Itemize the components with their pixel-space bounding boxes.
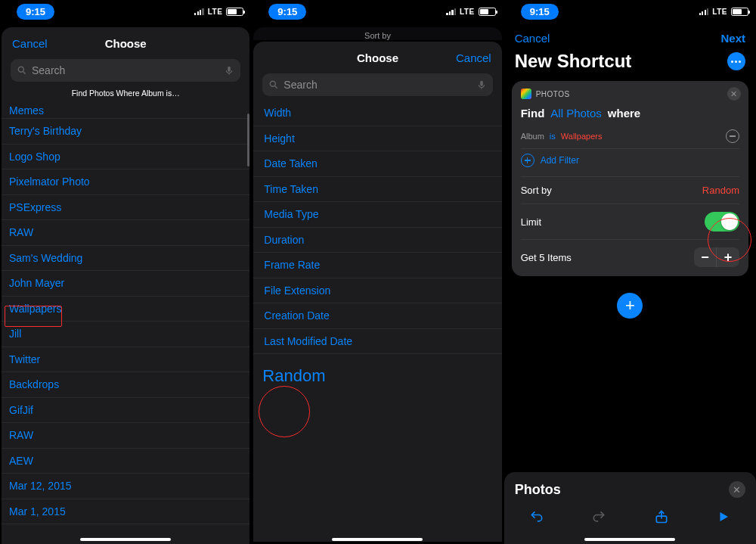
list-item[interactable]: Jill: [2, 322, 249, 347]
svg-rect-2: [228, 67, 231, 72]
sort-option-random[interactable]: Random: [253, 354, 501, 392]
status-time: 9:15: [521, 4, 559, 20]
filter-value[interactable]: Wallpapers: [561, 132, 603, 141]
status-time: 9:15: [17, 4, 54, 20]
sort-options-list[interactable]: Width Height Date Taken Time Taken Media…: [253, 101, 501, 542]
signal-icon: [699, 8, 709, 15]
list-item[interactable]: RAW: [2, 220, 249, 246]
filter-row: Album is Wallpapers: [521, 127, 739, 148]
sort-by-row[interactable]: Sort by Random: [521, 176, 739, 204]
svg-line-5: [275, 86, 277, 89]
limit-toggle[interactable]: [705, 212, 739, 232]
search-icon: [268, 79, 279, 90]
stepper-minus[interactable]: −: [694, 247, 717, 267]
cancel-button[interactable]: Cancel: [12, 27, 48, 59]
list-item[interactable]: File Extension: [253, 278, 501, 304]
panel-sort-by: 9:15 LTE Sort by Choose Cancel Search Wi…: [252, 0, 503, 544]
find-row: Find All Photos where: [521, 99, 739, 127]
search-field[interactable]: Search: [262, 73, 492, 96]
list-item[interactable]: Time Taken: [253, 177, 501, 203]
items-stepper[interactable]: − +: [694, 247, 739, 267]
status-right: LTE: [699, 8, 748, 16]
svg-point-0: [18, 67, 23, 72]
home-indicator[interactable]: [80, 538, 171, 541]
get-items-row: Get 5 Items − +: [521, 239, 739, 276]
filter-operator[interactable]: is: [550, 132, 556, 141]
search-placeholder: Search: [32, 64, 219, 76]
drawer-close-button[interactable]: ✕: [729, 481, 745, 498]
add-action-button[interactable]: +: [617, 293, 643, 319]
add-filter-label: Add Filter: [541, 155, 579, 166]
list-item[interactable]: Date Taken: [253, 151, 501, 177]
plus-icon: [521, 154, 534, 167]
battery-icon: [226, 8, 243, 16]
list-item[interactable]: Mar 12, 2015: [2, 474, 249, 499]
sort-by-value[interactable]: Random: [702, 185, 739, 196]
stepper-plus[interactable]: +: [717, 247, 739, 267]
more-button[interactable]: [727, 52, 745, 70]
sheet-header: Cancel Choose: [2, 27, 249, 59]
battery-icon: [479, 8, 496, 16]
list-item[interactable]: John Mayer: [2, 271, 249, 297]
status-bar: 9:15 LTE: [252, 0, 503, 23]
battery-icon: [731, 8, 748, 16]
cancel-button[interactable]: Cancel: [456, 42, 491, 73]
list-item[interactable]: Pixelmator Photo: [2, 169, 249, 195]
status-bar: 9:15 LTE: [504, 0, 756, 23]
list-item[interactable]: Width: [253, 101, 501, 126]
list-item[interactable]: Creation Date: [253, 303, 501, 329]
get-items-label: Get 5 Items: [521, 252, 572, 263]
list-item-wallpapers[interactable]: Wallpapers: [2, 297, 249, 322]
title-row: New Shortcut: [504, 48, 756, 81]
add-filter-row[interactable]: Add Filter: [521, 148, 739, 176]
list-item[interactable]: GifJif: [2, 398, 249, 424]
list-item[interactable]: Last Modified Date: [253, 329, 501, 355]
panel-new-shortcut: 9:15 LTE Cancel Next New Shortcut PHOTOS…: [504, 0, 756, 544]
list-item[interactable]: Logo Shop: [2, 145, 249, 170]
list-item[interactable]: Backdrops: [2, 372, 249, 398]
signal-icon: [446, 8, 456, 15]
cancel-button[interactable]: Cancel: [515, 32, 550, 45]
list-item[interactable]: PSExpress: [2, 195, 249, 221]
list-item[interactable]: Duration: [253, 228, 501, 253]
where-keyword: where: [608, 107, 640, 120]
status-time: 9:15: [268, 4, 306, 20]
list-item[interactable]: Frame Rate: [253, 253, 501, 278]
list-item[interactable]: Memes: [2, 102, 249, 119]
home-indicator[interactable]: [332, 538, 423, 541]
album-list[interactable]: Memes Terry's Birthday Logo Shop Pixelma…: [2, 102, 249, 544]
photos-app-icon: [521, 89, 531, 99]
all-photos-token[interactable]: All Photos: [550, 107, 602, 120]
list-item[interactable]: Height: [253, 126, 501, 152]
mic-icon[interactable]: [476, 79, 487, 90]
list-item[interactable]: AEW: [2, 449, 249, 474]
status-right: LTE: [194, 8, 243, 16]
undo-icon[interactable]: [528, 508, 545, 525]
play-icon[interactable]: [715, 508, 732, 525]
list-item[interactable]: Sam's Wedding: [2, 246, 249, 272]
sheet-header: Choose Cancel: [253, 42, 501, 73]
next-button[interactable]: Next: [720, 32, 745, 45]
drawer-title: Photos: [515, 482, 561, 498]
action-header: PHOTOS: [521, 89, 739, 99]
home-indicator[interactable]: [584, 538, 675, 541]
action-drawer[interactable]: Photos ✕: [504, 472, 756, 544]
signal-icon: [194, 8, 204, 15]
share-icon[interactable]: [653, 508, 670, 525]
remove-action-button[interactable]: ✕: [727, 87, 741, 101]
search-placeholder: Search: [284, 79, 471, 91]
list-item[interactable]: Mar 1, 2015: [2, 499, 249, 525]
redo-icon[interactable]: [590, 508, 607, 525]
scroll-indicator[interactable]: [247, 113, 249, 166]
list-item[interactable]: Media Type: [253, 202, 501, 228]
carrier-label: LTE: [712, 8, 727, 16]
list-item[interactable]: Twitter: [2, 347, 249, 373]
drawer-header: Photos ✕: [515, 478, 745, 504]
filter-field[interactable]: Album: [521, 132, 544, 141]
mic-icon[interactable]: [224, 65, 234, 76]
list-item[interactable]: Terry's Birthday: [2, 119, 249, 145]
remove-filter-button[interactable]: [726, 129, 739, 143]
list-item[interactable]: RAW: [2, 423, 249, 449]
search-field[interactable]: Search: [11, 59, 240, 82]
sort-by-supertitle: Sort by: [253, 31, 501, 40]
